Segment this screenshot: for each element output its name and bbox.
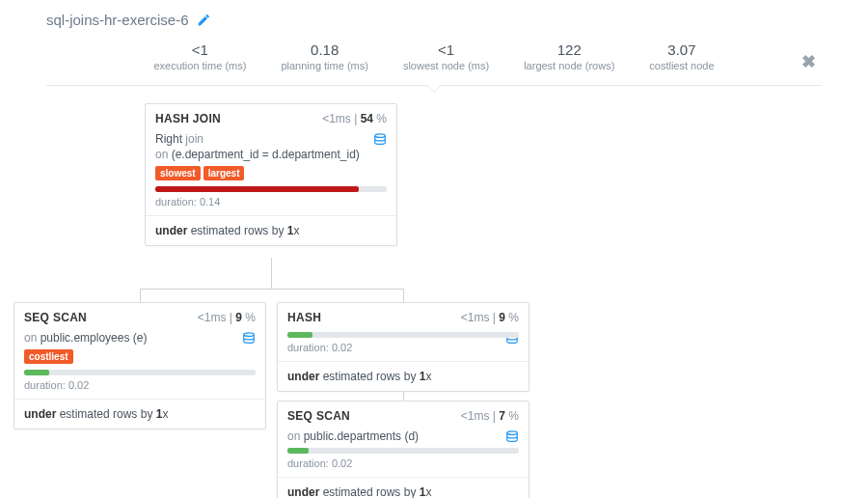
pencil-icon[interactable] xyxy=(197,14,210,27)
node-header: SEQ SCAN <1ms | 9 % xyxy=(14,303,265,328)
svg-point-1 xyxy=(244,333,255,337)
duration-text: duration: 0.02 xyxy=(287,457,519,469)
duration-text: duration: 0.02 xyxy=(24,379,256,391)
stat-label: largest node (rows) xyxy=(524,60,614,71)
duration-bar xyxy=(155,186,387,192)
stat-label: costliest node xyxy=(649,60,714,71)
stat-label: execution time (ms) xyxy=(153,60,246,71)
stat-costliest: 3.07 costliest node xyxy=(632,42,731,71)
stats-bar: <1 execution time (ms) 0.18 planning tim… xyxy=(46,42,822,86)
node-footer: under estimated rows by 1x xyxy=(14,399,265,429)
node-body: duration: 0.02 xyxy=(278,328,529,361)
header: sql-joins-hr-exercise-6 xyxy=(0,0,868,28)
tag-slowest: slowest xyxy=(155,166,201,180)
node-seq-scan-employees[interactable]: SEQ SCAN <1ms | 9 % on public.employees … xyxy=(14,302,266,429)
node-tags: slowest largest xyxy=(155,166,387,180)
connector xyxy=(403,289,404,302)
node-tags: costliest xyxy=(24,349,256,364)
duration-bar xyxy=(24,370,256,375)
connector xyxy=(271,258,272,289)
database-icon xyxy=(242,332,256,346)
node-footer: under estimated rows by 1x xyxy=(278,477,529,498)
svg-point-0 xyxy=(375,134,386,138)
node-metrics: <1ms | 9 % xyxy=(461,311,519,324)
stat-slowest: <1 slowest node (ms) xyxy=(386,42,506,71)
stat-plan-time: 0.18 planning time (ms) xyxy=(263,42,385,71)
node-desc: on public.employees (e) xyxy=(24,330,256,346)
node-footer: under estimated rows by 1x xyxy=(146,215,396,245)
connector xyxy=(140,289,141,302)
node-title: HASH xyxy=(287,311,321,324)
node-metrics: <1ms | 7 % xyxy=(461,409,519,423)
node-desc: on public.departments (d) xyxy=(287,429,519,444)
database-icon xyxy=(505,430,519,444)
node-body: on public.departments (d) duration: 0.02 xyxy=(278,427,529,477)
node-body: Right join on (e.department_id = d.depar… xyxy=(146,129,396,215)
database-icon xyxy=(373,133,387,147)
stat-value: <1 xyxy=(403,42,489,58)
stat-value: <1 xyxy=(153,42,246,58)
node-title: SEQ SCAN xyxy=(287,409,350,423)
page-title: sql-joins-hr-exercise-6 xyxy=(46,12,189,28)
node-body: on public.employees (e) costliest durati… xyxy=(14,328,265,399)
stat-largest: 122 largest node (rows) xyxy=(506,42,632,71)
node-metrics: <1ms | 54 % xyxy=(322,112,387,125)
stat-label: planning time (ms) xyxy=(281,60,367,71)
node-desc: Right join on (e.department_id = d.depar… xyxy=(155,131,387,162)
duration-text: duration: 0.02 xyxy=(287,342,519,353)
tag-largest: largest xyxy=(203,166,245,180)
node-footer: under estimated rows by 1x xyxy=(278,361,529,391)
stat-value: 0.18 xyxy=(281,42,367,58)
close-icon[interactable]: ✖ xyxy=(801,51,816,72)
node-header: HASH JOIN <1ms | 54 % xyxy=(146,104,396,129)
stat-value: 122 xyxy=(524,42,614,58)
node-title: HASH JOIN xyxy=(155,112,221,125)
tag-costliest: costliest xyxy=(24,349,73,364)
node-header: SEQ SCAN <1ms | 7 % xyxy=(278,401,529,427)
stat-value: 3.07 xyxy=(649,42,714,58)
stat-exec-time: <1 execution time (ms) xyxy=(136,42,263,71)
duration-text: duration: 0.14 xyxy=(155,196,387,208)
node-hash-join[interactable]: HASH JOIN <1ms | 54 % Right join on (e.d… xyxy=(145,103,397,246)
stat-label: slowest node (ms) xyxy=(403,60,489,71)
node-metrics: <1ms | 9 % xyxy=(198,311,256,324)
node-hash[interactable]: HASH <1ms | 9 % duration: 0.02 under est… xyxy=(277,302,529,392)
node-title: SEQ SCAN xyxy=(24,311,87,324)
duration-bar xyxy=(287,448,519,454)
node-header: HASH <1ms | 9 % xyxy=(278,303,529,328)
connector xyxy=(140,289,404,290)
duration-bar xyxy=(287,332,519,338)
node-seq-scan-departments[interactable]: SEQ SCAN <1ms | 7 % on public.department… xyxy=(277,401,529,498)
chevron-down-icon xyxy=(426,85,442,93)
svg-point-3 xyxy=(507,431,518,435)
